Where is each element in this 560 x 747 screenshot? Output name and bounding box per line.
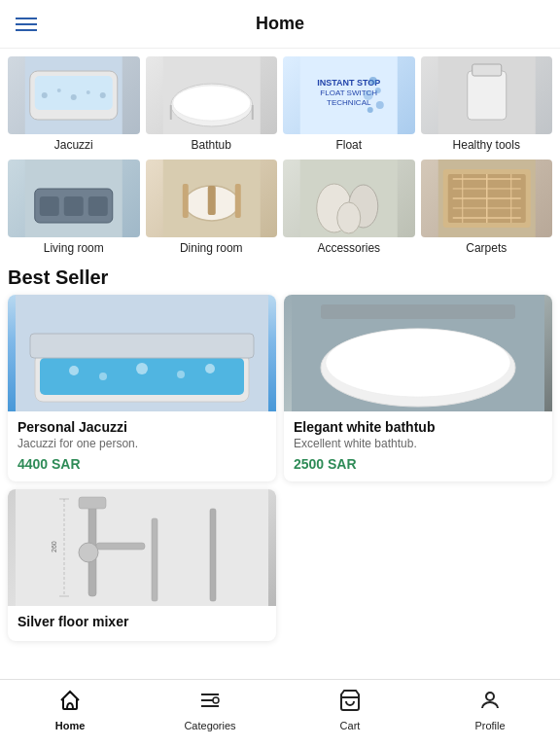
category-item-jacuzzi[interactable]: Jacuzzi — [8, 56, 140, 152]
svg-point-77 — [213, 697, 219, 703]
svg-rect-29 — [88, 196, 108, 216]
nav-label-categories: Categories — [184, 720, 235, 731]
svg-point-17 — [369, 77, 377, 85]
product-grid: Personal Jacuzzi Jacuzzi for one person.… — [0, 295, 560, 641]
header: Home — [0, 0, 560, 49]
svg-point-7 — [100, 92, 106, 98]
product-image-jacuzzi — [8, 295, 276, 411]
svg-point-55 — [136, 363, 148, 374]
svg-rect-24 — [472, 64, 501, 76]
category-label-accessories: Accessories — [317, 241, 380, 255]
product-name-mixer: Silver floor mixer — [18, 614, 266, 629]
svg-point-18 — [375, 88, 381, 93]
best-seller-section: Best Seller — [0, 259, 560, 641]
nav-label-profile: Profile — [474, 720, 505, 731]
svg-rect-62 — [321, 304, 515, 319]
profile-icon — [478, 689, 502, 718]
cart-icon — [338, 689, 362, 718]
best-seller-title: Best Seller — [0, 259, 560, 295]
svg-point-4 — [57, 89, 61, 92]
category-label-carpets: Carpets — [466, 241, 507, 255]
svg-point-20 — [376, 101, 384, 109]
product-info-mixer: Silver floor mixer — [8, 606, 276, 641]
product-card-jacuzzi[interactable]: Personal Jacuzzi Jacuzzi for one person.… — [8, 295, 276, 481]
product-price-jacuzzi: 4400 SAR — [18, 456, 266, 472]
svg-rect-65 — [79, 497, 106, 509]
product-info-jacuzzi: Personal Jacuzzi Jacuzzi for one person.… — [8, 411, 276, 481]
svg-rect-27 — [40, 196, 59, 216]
svg-point-56 — [177, 371, 185, 378]
category-label-dining-room: Dining room — [180, 241, 243, 255]
nav-item-home[interactable]: Home — [0, 689, 140, 731]
svg-text:TECHNICAL: TECHNICAL — [327, 98, 371, 107]
page-title: Home — [256, 14, 304, 34]
svg-point-5 — [71, 94, 77, 100]
category-grid-row1: Jacuzzi Bathtub — [8, 56, 552, 152]
svg-rect-32 — [207, 186, 215, 215]
svg-rect-58 — [30, 334, 254, 358]
product-price-bathtub: 2500 SAR — [294, 456, 542, 472]
svg-rect-23 — [467, 71, 506, 120]
svg-point-53 — [69, 366, 79, 375]
category-label-living-room: Living room — [44, 241, 104, 255]
svg-point-6 — [87, 90, 90, 94]
nav-label-cart: Cart — [340, 720, 361, 731]
svg-point-38 — [337, 202, 361, 233]
home-icon — [58, 689, 82, 718]
svg-rect-66 — [96, 543, 145, 550]
svg-rect-34 — [234, 184, 240, 218]
categories-icon — [198, 689, 222, 718]
svg-text:260: 260 — [51, 541, 57, 552]
category-grid-row2: Living room Dining room — [8, 160, 552, 255]
product-card-mixer[interactable]: 260 Silver floor mixer — [8, 489, 276, 641]
product-image-mixer: 260 — [8, 489, 276, 606]
svg-rect-69 — [210, 509, 216, 601]
category-label-jacuzzi: Jacuzzi — [54, 138, 93, 152]
category-item-dining-room[interactable]: Dining room — [146, 160, 278, 255]
category-item-carpets[interactable]: Carpets — [421, 160, 553, 255]
product-card-bathtub[interactable]: Elegant white bathtub Excellent white ba… — [284, 295, 552, 481]
category-label-bathtub: Bathtub — [192, 138, 231, 152]
product-name-jacuzzi: Personal Jacuzzi — [18, 419, 266, 435]
nav-item-cart[interactable]: Cart — [280, 689, 420, 731]
svg-rect-2 — [35, 76, 113, 110]
menu-button[interactable] — [16, 18, 37, 31]
product-desc-bathtub: Excellent white bathtub. — [294, 437, 542, 450]
svg-rect-28 — [64, 196, 84, 216]
nav-item-categories[interactable]: Categories — [140, 689, 280, 731]
product-name-bathtub: Elegant white bathtub — [294, 419, 542, 435]
category-label-float: Float — [335, 138, 362, 152]
category-item-accessories[interactable]: Accessories — [283, 160, 415, 255]
svg-point-67 — [79, 543, 98, 562]
svg-point-57 — [205, 364, 215, 374]
svg-rect-33 — [182, 184, 188, 218]
product-image-bathtub — [284, 295, 552, 411]
category-item-living-room[interactable]: Living room — [8, 160, 140, 255]
main-content: Jacuzzi Bathtub — [0, 49, 560, 679]
svg-point-54 — [99, 373, 107, 380]
svg-point-3 — [42, 92, 48, 98]
svg-point-21 — [368, 107, 373, 113]
product-info-bathtub: Elegant white bathtub Excellent white ba… — [284, 411, 552, 481]
svg-point-61 — [326, 329, 510, 397]
bottom-navigation: Home Categories Cart — [0, 679, 560, 747]
svg-point-19 — [364, 90, 373, 100]
category-item-bathtub[interactable]: Bathtub — [146, 56, 278, 152]
product-desc-jacuzzi: Jacuzzi for one person. — [18, 437, 266, 450]
svg-rect-68 — [152, 518, 158, 601]
category-section: Jacuzzi Bathtub — [0, 56, 560, 255]
nav-label-home: Home — [55, 720, 86, 731]
svg-point-79 — [486, 693, 494, 700]
category-label-healthy-tools: Healthy tools — [453, 138, 520, 152]
nav-item-profile[interactable]: Profile — [420, 689, 560, 731]
category-item-healthy-tools[interactable]: Healthy tools — [421, 56, 553, 152]
category-item-float[interactable]: INSTANT STOP FLOAT SWITCH TECHNICAL Floa… — [283, 56, 415, 152]
svg-point-10 — [172, 86, 250, 121]
